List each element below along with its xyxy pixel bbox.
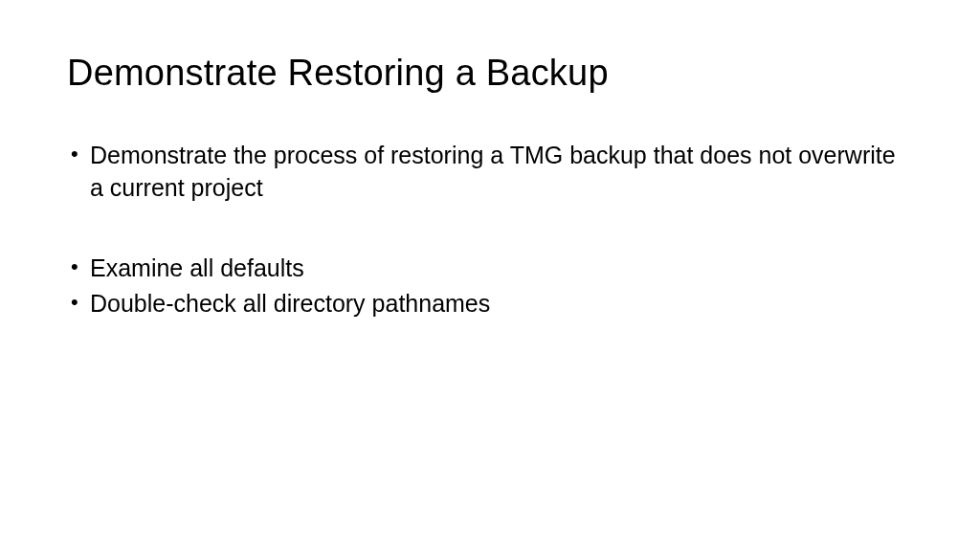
bullet-item: Double-check all directory pathnames — [67, 288, 913, 320]
bullet-item: Examine all defaults — [67, 253, 913, 285]
bullet-item: Demonstrate the process of restoring a T… — [67, 140, 913, 205]
bullet-spacer — [67, 209, 913, 253]
slide-title: Demonstrate Restoring a Backup — [67, 53, 913, 94]
bullet-list: Demonstrate the process of restoring a T… — [67, 140, 913, 320]
